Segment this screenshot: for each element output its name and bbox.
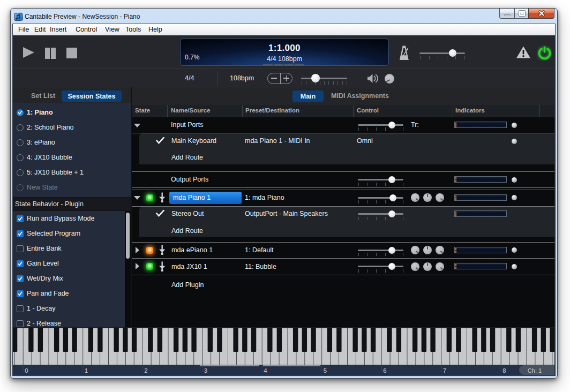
svg-text:0: 0 [25,367,28,374]
svg-text:Ch: 1: Ch: 1 [528,367,542,374]
svg-text:7: 7 [443,367,446,374]
svg-text:1: 1 [85,367,88,374]
svg-text:4: 4 [264,367,267,374]
svg-text:6: 6 [383,367,386,374]
svg-text:3: 3 [204,367,207,374]
svg-text:2: 2 [144,367,147,374]
svg-text:8: 8 [502,367,506,374]
svg-text:5: 5 [324,367,327,374]
